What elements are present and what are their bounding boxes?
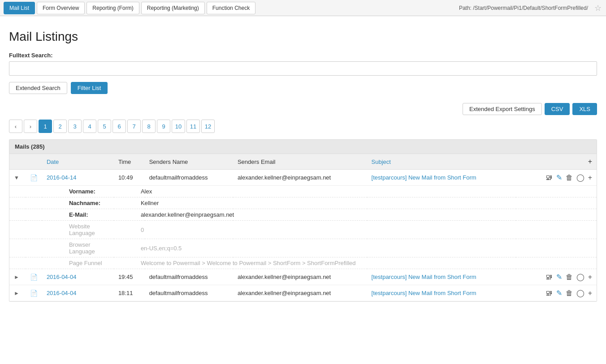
file-icon-cell: 📄 [26,269,42,285]
subject-cell[interactable]: [testparcours] New Mail from Short Form [367,285,516,301]
preview-icon[interactable]: 🖳 [545,289,553,297]
detail-value: 0 [114,221,597,239]
pagination-page-3[interactable]: 3 [68,120,82,133]
tab-function-check[interactable]: Function Check [207,2,255,14]
file-icon: 📄 [30,274,38,281]
actions-cell: 🖳 ✎ 🗑 ◯ + [516,269,597,285]
pagination-page-4[interactable]: 4 [83,120,96,133]
table-header-bar: Mails (285) [9,140,597,154]
expand-cell[interactable]: ► [9,285,26,301]
detail-row: Browser Language en-US,en;q=0.5 [9,239,597,257]
add-icon[interactable]: + [588,289,592,297]
tab-form-overview[interactable]: Form Overview [37,2,85,14]
time-cell: 18:11 [114,285,145,301]
detail-label: Browser Language [42,239,114,257]
delete-icon[interactable]: 🗑 [566,289,573,297]
main-content: Mail Listings Fulltext Search: Extended … [0,16,606,311]
subject-cell[interactable]: [testparcours] New Mail from Short Form [367,269,516,285]
senders-name-cell: defaultmailfromaddess [145,285,233,301]
col-file [26,154,42,170]
actions-cell: 🖳 ✎ 🗑 ◯ + [516,170,597,186]
time-cell: 10:49 [114,170,145,186]
detail-value: alexander.kellner@einpraegsam.net [114,209,597,221]
fulltext-search-input[interactable] [9,61,597,76]
mails-table: Date Time Senders Name Senders Email Sub… [9,154,597,301]
date-cell: 2016-04-04 [42,269,114,285]
edit-icon[interactable]: ✎ [556,273,562,281]
pagination-page-12[interactable]: 12 [201,120,215,133]
xls-export-button[interactable]: XLS [572,103,597,115]
pagination-page-9[interactable]: 9 [157,120,170,133]
detail-label: Vorname: [42,186,114,197]
toggle-icon[interactable]: ◯ [576,289,584,297]
pagination-page-5[interactable]: 5 [98,120,111,133]
expand-cell[interactable]: ► [9,269,26,285]
expand-icon[interactable]: ► [14,274,19,280]
pagination-next[interactable]: › [24,120,37,133]
toggle-icon[interactable]: ◯ [576,173,584,182]
delete-icon[interactable]: 🗑 [566,273,573,281]
expand-icon[interactable]: ▼ [14,175,19,181]
detail-spacer [9,197,42,209]
detail-spacer [9,186,42,197]
expand-icon[interactable]: ► [14,290,19,296]
pagination-page-7[interactable]: 7 [127,120,141,133]
extended-export-settings-button[interactable]: Extended Export Settings [463,103,542,115]
detail-row: Vorname: Alex [9,186,597,197]
table-row: ► 📄 2016-04-04 18:11 defaultmailfromadde… [9,285,597,301]
tab-reporting-marketing[interactable]: Reporting (Marketing) [141,2,205,14]
col-date[interactable]: Date [42,154,114,170]
csv-export-button[interactable]: CSV [545,103,570,115]
preview-icon[interactable]: 🖳 [545,174,553,182]
detail-row: Website Language 0 [9,221,597,239]
detail-spacer [9,257,42,269]
actions-cell: 🖳 ✎ 🗑 ◯ + [516,285,597,301]
detail-label: Nachname: [42,197,114,209]
detail-spacer [9,209,42,221]
file-icon: 📄 [30,290,38,297]
tab-bar: Mail List Form Overview Reporting (Form)… [4,2,255,14]
edit-icon[interactable]: ✎ [556,289,562,297]
col-subject[interactable]: Subject [367,154,516,170]
pagination-page-1[interactable]: 1 [39,120,52,133]
edit-icon[interactable]: ✎ [556,173,562,182]
bookmark-star-icon[interactable]: ☆ [594,3,602,13]
detail-spacer [9,239,42,257]
time-cell: 19:45 [114,269,145,285]
detail-row: Page Funnel Welcome to Powermail > Welco… [9,257,597,269]
senders-name-cell: defaultmailfromaddess [145,269,233,285]
extended-search-button[interactable]: Extended Search [9,82,67,94]
pagination-page-10[interactable]: 10 [172,120,185,133]
detail-value: Alex [114,186,597,197]
senders-email-cell: alexander.kellner@einpraegsam.net [233,285,367,301]
table-row: ► 📄 2016-04-04 19:45 defaultmailfromadde… [9,269,597,285]
expand-cell[interactable]: ▼ [9,170,26,186]
detail-spacer [9,221,42,239]
pagination-page-2[interactable]: 2 [53,120,67,133]
mails-table-container: Mails (285) Date Time Senders Name Sende… [9,139,597,302]
col-actions: + [516,154,597,170]
detail-row: E-Mail: alexander.kellner@einpraegsam.ne… [9,209,597,221]
detail-label: E-Mail: [42,209,114,221]
file-icon-cell: 📄 [26,285,42,301]
pagination-prev[interactable]: ‹ [9,120,22,133]
add-icon[interactable]: + [588,174,592,182]
filter-list-button[interactable]: Filter List [71,82,108,94]
subject-cell[interactable]: [testparcours] New Mail from Short Form [367,170,516,186]
file-icon: 📄 [30,174,38,181]
search-buttons-row: Extended Search Filter List [9,82,597,94]
tab-reporting-form[interactable]: Reporting (Form) [87,2,139,14]
pagination-page-8[interactable]: 8 [142,120,156,133]
add-icon[interactable]: + [588,273,592,281]
add-row-icon[interactable]: + [588,158,592,165]
detail-value: Welcome to Powermail > Welcome to Powerm… [114,257,597,269]
col-senders-name: Senders Name [145,154,233,170]
toggle-icon[interactable]: ◯ [576,273,584,281]
tab-mail-list[interactable]: Mail List [4,2,35,14]
senders-name-cell: defaultmailfromaddess [145,170,233,186]
pagination-page-6[interactable]: 6 [113,120,126,133]
senders-email-cell: alexander.kellner@einpraegsam.net [233,269,367,285]
pagination-page-11[interactable]: 11 [186,120,200,133]
preview-icon[interactable]: 🖳 [545,273,553,281]
delete-icon[interactable]: 🗑 [566,174,573,182]
